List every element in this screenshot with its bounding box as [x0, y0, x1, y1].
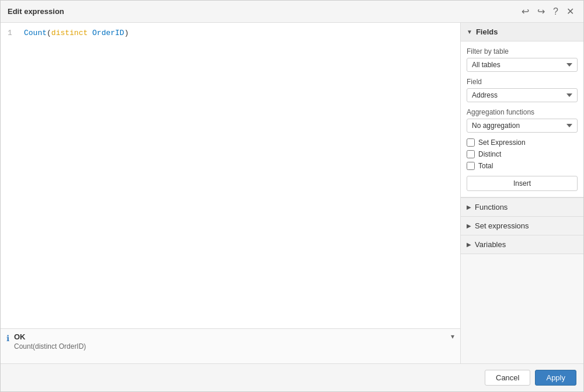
dialog-title: Edit expression	[8, 7, 64, 16]
functions-section: ▶ Functions	[461, 198, 583, 217]
line-number: 1	[8, 27, 19, 39]
variables-section-header[interactable]: ▶ Variables	[461, 235, 583, 254]
help-button[interactable]: ?	[551, 5, 561, 18]
total-label: Total	[478, 162, 493, 170]
editor-line: 1 Count(distinct OrderID)	[8, 27, 453, 39]
status-ok-label: OK	[14, 332, 86, 341]
aggregation-select[interactable]: No aggregation	[467, 119, 578, 133]
set-expressions-section-header[interactable]: ▶ Set expressions	[461, 217, 583, 235]
code-field-name: OrderID	[92, 29, 124, 37]
functions-chevron-icon: ▶	[467, 204, 471, 210]
status-expression: Count(distinct OrderID)	[14, 342, 86, 351]
header-actions: ↩ ↪ ? ✕	[519, 5, 576, 18]
apply-button[interactable]: Apply	[535, 370, 576, 386]
aggregation-group: Aggregation functions No aggregation	[467, 108, 578, 133]
fields-section: ▼ Fields Filter by table All tables Fiel…	[461, 23, 583, 198]
dialog-header: Edit expression ↩ ↪ ? ✕	[1, 1, 583, 23]
undo-button[interactable]: ↩	[519, 5, 531, 18]
distinct-row: Distinct	[467, 150, 578, 158]
status-bar: ℹ OK Count(distinct OrderID) ▾	[1, 328, 460, 363]
info-icon: ℹ	[6, 334, 9, 343]
distinct-checkbox[interactable]	[467, 150, 475, 158]
field-select[interactable]: Address	[467, 88, 578, 102]
editor-area[interactable]: 1 Count(distinct OrderID)	[1, 23, 460, 328]
fields-chevron-icon: ▼	[467, 29, 472, 35]
functions-section-header[interactable]: ▶ Functions	[461, 198, 583, 216]
redo-button[interactable]: ↪	[535, 5, 547, 18]
field-group: Field Address	[467, 78, 578, 102]
code-content: Count(distinct OrderID)	[24, 27, 128, 39]
filter-by-table-label: Filter by table	[467, 47, 578, 55]
right-panel: ▼ Fields Filter by table All tables Fiel…	[461, 23, 583, 363]
variables-label: Variables	[475, 240, 506, 249]
filter-by-table-group: Filter by table All tables	[467, 47, 578, 72]
close-button[interactable]: ✕	[564, 5, 576, 18]
set-expression-checkbox[interactable]	[467, 138, 475, 147]
field-label: Field	[467, 78, 578, 86]
total-checkbox[interactable]	[467, 162, 475, 170]
variables-section: ▶ Variables	[461, 235, 583, 254]
code-keyword: distinct	[51, 29, 88, 37]
set-expression-row: Set Expression	[467, 138, 578, 147]
fields-section-header[interactable]: ▼ Fields	[461, 23, 583, 41]
fields-content: Filter by table All tables Field Address…	[461, 41, 583, 197]
set-expressions-section: ▶ Set expressions	[461, 217, 583, 235]
status-text: OK Count(distinct OrderID)	[14, 332, 86, 351]
checkboxes-group: Set Expression Distinct Total	[467, 138, 578, 170]
variables-chevron-icon: ▶	[467, 241, 471, 248]
set-expression-label: Set Expression	[478, 138, 526, 147]
aggregation-label: Aggregation functions	[467, 108, 578, 116]
set-expressions-label: Set expressions	[475, 221, 529, 230]
functions-label: Functions	[475, 203, 507, 211]
insert-button[interactable]: Insert	[467, 176, 578, 191]
code-function-name: Count	[24, 29, 47, 37]
distinct-label: Distinct	[478, 150, 501, 158]
edit-expression-dialog: Edit expression ↩ ↪ ? ✕ 1 Count(distinct…	[0, 0, 584, 392]
filter-by-table-select[interactable]: All tables	[467, 58, 578, 72]
status-chevron-icon[interactable]: ▾	[451, 332, 454, 341]
total-row: Total	[467, 162, 578, 170]
dialog-body: 1 Count(distinct OrderID) ℹ OK Count(dis…	[1, 23, 583, 363]
fields-section-label: Fields	[476, 27, 498, 36]
cancel-button[interactable]: Cancel	[485, 370, 530, 386]
set-expressions-chevron-icon: ▶	[467, 223, 471, 229]
dialog-footer: Cancel Apply	[1, 363, 583, 391]
editor-panel: 1 Count(distinct OrderID) ℹ OK Count(dis…	[1, 23, 461, 363]
